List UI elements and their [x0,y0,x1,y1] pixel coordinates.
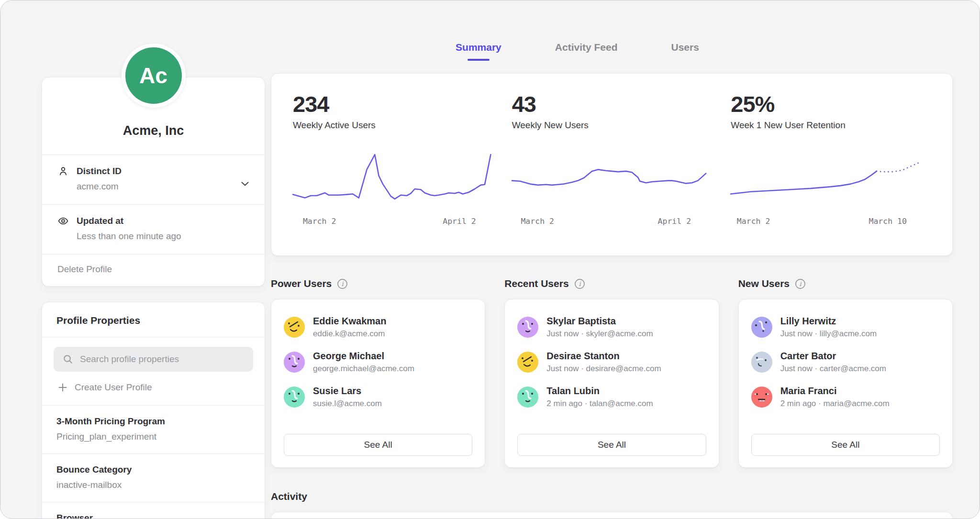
main-content: Summary Activity Feed Users 234 Weekly A… [271,0,953,519]
recent-users-card: Skylar Baptista Just now · skyler@acme.c… [504,299,719,468]
user-name: Talan Lubin [546,386,653,397]
activity-card: 234 240 3.4k [271,512,953,519]
chevron-down-icon[interactable] [239,177,251,190]
activity-section-title: Activity [271,491,953,502]
user-row[interactable]: Desirae Stanton Just now · desirare@acme… [517,351,706,374]
chart-x-axis: March 2April 2 [293,217,493,229]
user-row[interactable]: Carter Bator Just now · carter@acme.com [751,351,940,374]
user-subtitle: Just now · lilly@acme.com [780,329,877,339]
user-row[interactable]: Talan Lubin 2 min ago · talan@acme.com [517,386,706,409]
create-user-profile-label: Create User Profile [75,382,152,393]
user-subtitle: susie.l@acme.com [313,399,382,409]
updated-at-row: Updated at Less than one minute ago [42,204,265,254]
user-row[interactable]: Lilly Herwitz Just now · lilly@acme.com [751,316,940,339]
info-icon[interactable]: i [337,278,348,289]
search-input[interactable] [80,354,245,364]
tab-activity-feed[interactable]: Activity Feed [555,42,618,60]
profile-properties-body: Create User Profile [42,337,265,405]
recent-users-header: Recent Users i [504,278,719,289]
user-row[interactable]: Maria Franci 2 min ago · maria@acme.com [751,386,940,409]
user-avatar [517,317,538,338]
user-section-headers: Power Users i Recent Users i [271,278,953,289]
user-avatar [751,352,772,373]
app-window: Ac Acme, Inc Distinct ID acme.com [0,0,980,519]
user-row[interactable]: George Michael george.michael@acme.com [284,351,472,374]
squiggle-face-icon [517,317,538,338]
user-name: Eddie Kwakman [313,316,386,327]
stat-label: Weekly Active Users [293,120,493,131]
user-subtitle: 2 min ago · talan@acme.com [546,399,653,409]
user-row[interactable]: Susie Lars susie.l@acme.com [284,386,472,409]
company-avatar-initials: Ac [125,47,182,104]
user-avatar [517,352,538,373]
tab-users[interactable]: Users [671,42,699,60]
sparkline-chart [293,145,493,212]
property-label: 3-Month Pricing Program [56,416,250,427]
stat-value: 43 [512,91,712,117]
chart-tick-label: March 2 [303,217,336,226]
create-user-profile-button[interactable]: Create User Profile [54,372,253,402]
svg-text:i: i [799,280,802,287]
svg-text:i: i [579,280,581,287]
new-users-card: Lilly Herwitz Just now · lilly@acme.com … [738,299,953,468]
user-row[interactable]: Skylar Baptista Just now · skyler@acme.c… [517,316,706,339]
see-all-button[interactable]: See All [517,434,706,456]
chart-tick-label: April 2 [443,217,476,226]
user-avatar [284,386,305,408]
chart-tick-label: March 2 [737,217,770,226]
power-users-card: Eddie Kwakman eddie.k@acme.com George Mi… [271,299,485,468]
user-subtitle: eddie.k@acme.com [313,329,386,339]
user-name: Maria Franci [780,386,890,397]
user-avatar [751,317,772,338]
user-name: Carter Bator [780,351,886,362]
profile-properties-title: Profile Properties [42,302,265,337]
chart-x-axis: March 2March 10 [731,217,931,229]
distinct-id-value: acme.com [77,181,249,192]
stat-weekly-new-users: 43 Weekly New Users March 2April 2 [512,91,712,243]
new-users-title: New Users [738,278,790,289]
property-row: Browser Chrome [42,502,265,519]
company-avatar: Ac [122,44,186,108]
user-subtitle: Just now · desirare@acme.com [546,364,661,374]
flat-face-icon [751,386,772,408]
profile-properties-card: Profile Properties [42,302,265,519]
squiggle-face-icon [284,352,305,373]
stat-label: Weekly New Users [512,120,712,131]
user-cards-row: Eddie Kwakman eddie.k@acme.com George Mi… [271,299,953,468]
tab-summary[interactable]: Summary [456,42,501,60]
sparkline-chart [731,145,931,212]
squiggle-face-icon [751,317,772,338]
user-row[interactable]: Eddie Kwakman eddie.k@acme.com [284,316,472,339]
info-icon[interactable]: i [574,278,585,289]
summary-stats-card: 234 Weekly Active Users March 2April 2 4… [271,73,953,256]
week1-retention-sparkline [731,145,931,212]
search-icon [62,353,74,365]
updated-at-label: Updated at [77,216,123,226]
moon-face-icon [751,352,772,373]
stat-week1-retention: 25% Week 1 New User Retention March 2Mar… [731,91,931,243]
wink-face-icon [284,317,305,338]
stat-weekly-active-users: 234 Weekly Active Users March 2April 2 [293,91,493,243]
user-subtitle: Just now · skyler@acme.com [546,329,653,339]
chart-tick-label: March 2 [521,217,554,226]
recent-users-title: Recent Users [504,278,568,289]
user-avatar [284,317,305,338]
chart-tick-label: March 10 [869,217,907,226]
property-value: inactive-mailbox [56,480,250,490]
plus-icon [57,382,68,393]
power-users-title: Power Users [271,278,332,289]
user-name: Desirae Stanton [546,351,661,362]
chart-tick-label: April 2 [658,217,691,226]
see-all-button[interactable]: See All [284,434,472,456]
squiggle-face-icon [284,386,305,408]
delete-profile-button[interactable]: Delete Profile [42,254,265,286]
stat-value: 25% [731,91,931,117]
power-users-header: Power Users i [271,278,485,289]
see-all-button[interactable]: See All [751,434,940,456]
profile-properties-search[interactable] [54,347,253,372]
user-name: Susie Lars [313,386,382,397]
wink-face-icon [517,352,538,373]
distinct-id-label: Distinct ID [77,166,122,177]
info-icon[interactable]: i [795,278,806,289]
property-label: Bounce Category [56,464,250,475]
